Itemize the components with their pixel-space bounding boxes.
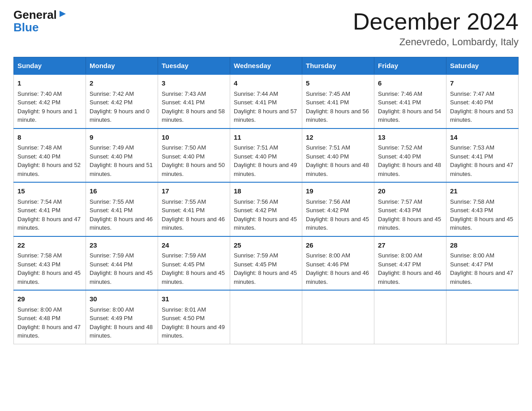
day-daylight: Daylight: 8 hours and 56 minutes. <box>306 108 369 124</box>
day-daylight: Daylight: 8 hours and 47 minutes. <box>17 324 81 339</box>
day-sunset: Sunset: 4:42 PM <box>90 99 133 106</box>
calendar-cell: 22 Sunrise: 7:58 AM Sunset: 4:43 PM Dayl… <box>14 236 86 291</box>
day-number: 22 <box>17 240 82 251</box>
day-sunrise: Sunrise: 7:55 AM <box>90 198 134 205</box>
day-daylight: Daylight: 8 hours and 45 minutes. <box>306 216 369 231</box>
day-daylight: Daylight: 8 hours and 50 minutes. <box>162 162 225 177</box>
day-sunrise: Sunrise: 8:00 AM <box>378 252 422 259</box>
day-number: 31 <box>162 294 226 304</box>
day-daylight: Daylight: 8 hours and 48 minutes. <box>306 162 369 177</box>
day-daylight: Daylight: 8 hours and 46 minutes. <box>90 216 153 231</box>
logo: General Blue <box>13 9 68 34</box>
day-sunset: Sunset: 4:47 PM <box>378 261 421 268</box>
day-daylight: Daylight: 8 hours and 45 minutes. <box>234 270 297 285</box>
day-sunrise: Sunrise: 7:46 AM <box>378 90 422 97</box>
calendar-cell: 11 Sunrise: 7:51 AM Sunset: 4:40 PM Dayl… <box>230 128 302 183</box>
calendar-cell: 16 Sunrise: 7:55 AM Sunset: 4:41 PM Dayl… <box>86 182 158 236</box>
calendar-cell: 30 Sunrise: 8:00 AM Sunset: 4:49 PM Dayl… <box>86 290 158 344</box>
day-sunset: Sunset: 4:46 PM <box>306 261 349 268</box>
calendar-week-3: 15 Sunrise: 7:54 AM Sunset: 4:41 PM Dayl… <box>14 182 519 236</box>
day-sunset: Sunset: 4:41 PM <box>450 153 493 160</box>
day-sunrise: Sunrise: 7:57 AM <box>378 198 422 205</box>
day-sunset: Sunset: 4:49 PM <box>90 315 133 321</box>
day-sunset: Sunset: 4:42 PM <box>306 207 349 214</box>
day-sunrise: Sunrise: 7:59 AM <box>90 252 134 259</box>
day-daylight: Daylight: 8 hours and 51 minutes. <box>90 162 153 177</box>
calendar-cell: 21 Sunrise: 7:58 AM Sunset: 4:43 PM Dayl… <box>446 182 519 236</box>
calendar-cell: 6 Sunrise: 7:46 AM Sunset: 4:41 PM Dayli… <box>374 74 446 128</box>
day-sunset: Sunset: 4:44 PM <box>90 261 133 268</box>
day-daylight: Daylight: 8 hours and 45 minutes. <box>90 270 153 285</box>
calendar-week-1: 1 Sunrise: 7:40 AM Sunset: 4:42 PM Dayli… <box>14 74 519 128</box>
day-daylight: Daylight: 8 hours and 57 minutes. <box>234 108 297 124</box>
day-sunset: Sunset: 4:43 PM <box>17 261 60 268</box>
day-daylight: Daylight: 8 hours and 48 minutes. <box>378 162 441 177</box>
day-daylight: Daylight: 8 hours and 46 minutes. <box>378 270 441 285</box>
day-daylight: Daylight: 8 hours and 45 minutes. <box>378 216 441 231</box>
day-sunrise: Sunrise: 7:59 AM <box>162 252 206 259</box>
day-sunset: Sunset: 4:40 PM <box>17 153 60 160</box>
day-number: 25 <box>234 240 298 251</box>
header: General Blue December 2024 Zenevredo, Lo… <box>13 9 519 48</box>
day-number: 2 <box>90 78 154 89</box>
day-number: 6 <box>378 78 442 89</box>
day-sunset: Sunset: 4:45 PM <box>162 261 205 268</box>
day-sunset: Sunset: 4:43 PM <box>378 207 421 214</box>
day-number: 12 <box>306 133 370 143</box>
day-sunrise: Sunrise: 7:58 AM <box>17 252 62 259</box>
day-sunset: Sunset: 4:40 PM <box>90 153 133 160</box>
day-daylight: Daylight: 8 hours and 45 minutes. <box>17 270 81 285</box>
calendar-subtitle: Zenevredo, Lombardy, Italy <box>353 36 519 48</box>
day-sunset: Sunset: 4:41 PM <box>378 99 421 106</box>
calendar-cell <box>302 290 374 344</box>
calendar-week-2: 8 Sunrise: 7:48 AM Sunset: 4:40 PM Dayli… <box>14 128 519 183</box>
calendar-cell: 1 Sunrise: 7:40 AM Sunset: 4:42 PM Dayli… <box>14 74 86 128</box>
calendar-cell: 5 Sunrise: 7:45 AM Sunset: 4:41 PM Dayli… <box>302 74 374 128</box>
header-cell-saturday: Saturday <box>446 57 519 75</box>
logo-arrow-icon <box>58 9 68 19</box>
day-sunset: Sunset: 4:42 PM <box>17 99 60 106</box>
calendar-cell: 10 Sunrise: 7:50 AM Sunset: 4:40 PM Dayl… <box>158 128 230 183</box>
day-sunrise: Sunrise: 7:53 AM <box>450 144 494 151</box>
day-number: 23 <box>90 240 154 251</box>
day-number: 8 <box>17 133 82 143</box>
day-daylight: Daylight: 8 hours and 47 minutes. <box>450 270 513 285</box>
header-cell-thursday: Thursday <box>302 57 374 75</box>
day-sunrise: Sunrise: 7:51 AM <box>306 144 350 151</box>
header-cell-wednesday: Wednesday <box>230 57 302 75</box>
logo-general-text: General <box>13 9 57 21</box>
day-daylight: Daylight: 8 hours and 49 minutes. <box>234 162 297 177</box>
calendar-title: December 2024 <box>353 9 519 34</box>
day-sunrise: Sunrise: 7:45 AM <box>306 90 350 97</box>
day-sunrise: Sunrise: 7:59 AM <box>234 252 278 259</box>
day-number: 11 <box>234 133 298 143</box>
header-cell-tuesday: Tuesday <box>158 57 230 75</box>
day-daylight: Daylight: 9 hours and 0 minutes. <box>90 108 150 124</box>
day-sunrise: Sunrise: 7:44 AM <box>234 90 278 97</box>
day-daylight: Daylight: 8 hours and 49 minutes. <box>162 324 225 339</box>
day-sunrise: Sunrise: 8:00 AM <box>450 252 494 259</box>
day-number: 28 <box>450 240 515 251</box>
calendar-cell: 17 Sunrise: 7:55 AM Sunset: 4:41 PM Dayl… <box>158 182 230 236</box>
day-daylight: Daylight: 8 hours and 58 minutes. <box>162 108 225 124</box>
day-number: 13 <box>378 133 442 143</box>
day-number: 21 <box>450 186 515 197</box>
day-sunrise: Sunrise: 7:54 AM <box>17 198 62 205</box>
day-sunrise: Sunrise: 7:51 AM <box>234 144 278 151</box>
calendar-cell: 9 Sunrise: 7:49 AM Sunset: 4:40 PM Dayli… <box>86 128 158 183</box>
day-sunset: Sunset: 4:47 PM <box>450 261 493 268</box>
day-sunrise: Sunrise: 7:56 AM <box>234 198 278 205</box>
day-sunrise: Sunrise: 7:55 AM <box>162 198 206 205</box>
day-sunset: Sunset: 4:41 PM <box>162 207 205 214</box>
calendar-cell: 13 Sunrise: 7:52 AM Sunset: 4:40 PM Dayl… <box>374 128 446 183</box>
header-cell-monday: Monday <box>86 57 158 75</box>
day-sunrise: Sunrise: 7:49 AM <box>90 144 134 151</box>
day-number: 20 <box>378 186 442 197</box>
day-sunset: Sunset: 4:42 PM <box>234 207 277 214</box>
calendar-week-4: 22 Sunrise: 7:58 AM Sunset: 4:43 PM Dayl… <box>14 236 519 291</box>
day-daylight: Daylight: 8 hours and 45 minutes. <box>162 270 225 285</box>
day-daylight: Daylight: 8 hours and 54 minutes. <box>378 108 441 124</box>
calendar-cell: 19 Sunrise: 7:56 AM Sunset: 4:42 PM Dayl… <box>302 182 374 236</box>
day-number: 29 <box>17 294 82 304</box>
day-sunset: Sunset: 4:41 PM <box>162 99 205 106</box>
